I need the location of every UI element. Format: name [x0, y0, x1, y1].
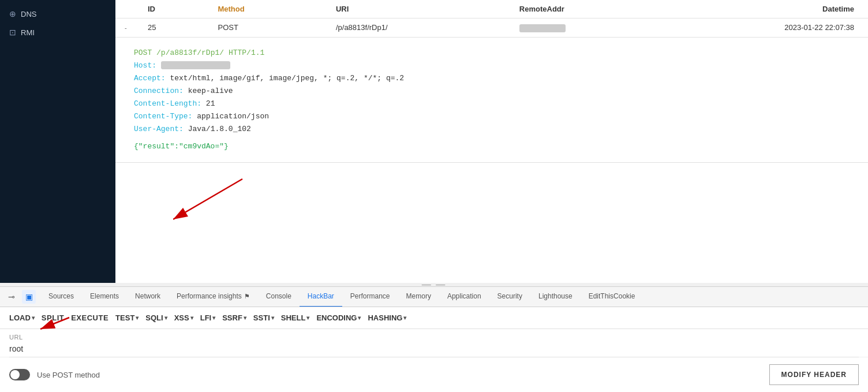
encoding-btn[interactable]: ENCODING ▾ [316, 313, 361, 322]
tab-console[interactable]: Console [258, 286, 300, 307]
xss-btn[interactable]: XSS ▾ [174, 313, 193, 322]
col-header-uri: URI [327, 0, 510, 18]
detail-content-type: Content-Type: application/json [134, 110, 850, 123]
detail-host: Host: [134, 59, 850, 72]
row-method: POST [208, 18, 326, 38]
top-area: ⊕ DNS ⊡ RMI ID Method UR [0, 0, 868, 283]
lfi-dropdown-arrow: ▾ [212, 315, 215, 321]
row-id: 25 [139, 18, 208, 38]
tab-application[interactable]: Application [439, 286, 489, 307]
test-dropdown-arrow: ▾ [136, 315, 139, 321]
toggle-btn[interactable]: - [125, 24, 129, 31]
xss-dropdown-arrow: ▾ [190, 315, 193, 321]
col-header-empty [115, 0, 139, 18]
row-uri: /p/a8813f/rDp1/ [327, 18, 510, 38]
detail-method: POST [134, 48, 152, 57]
post-method-label: Use POST method [37, 371, 100, 379]
tab-sources[interactable]: Sources [40, 286, 82, 307]
row-remote-addr [510, 18, 626, 38]
lfi-btn[interactable]: LFI ▾ [200, 313, 216, 322]
url-area: URL [0, 329, 868, 357]
performance-insights-icon: ⚑ [244, 293, 250, 300]
sidebar-item-label-dns: DNS [21, 10, 36, 18]
sidebar-item-dns[interactable]: ⊕ DNS [0, 5, 115, 23]
tab-network[interactable]: Network [127, 286, 169, 307]
split-btn[interactable]: SPLIT [42, 312, 64, 324]
url-label: URL [9, 334, 859, 341]
table-row[interactable]: - 25 POST /p/a8813f/rDp1/ 2023-01-22 22:… [115, 18, 868, 38]
body-value: {"result":"cm9vdAo="} [134, 142, 229, 151]
connection-label: Connection: [134, 87, 184, 95]
panel-icon-btn[interactable]: ▣ [22, 290, 36, 304]
sidebar: ⊕ DNS ⊡ RMI [0, 0, 115, 283]
host-label: Host: [134, 61, 156, 70]
row-toggle[interactable]: - [115, 18, 139, 38]
content-area: ID Method URI RemoteAddr Datetime - [115, 0, 868, 163]
devtools-tabs: ⊸ ▣ Sources Elements Network Performance… [0, 286, 868, 307]
main-container: ⊕ DNS ⊡ RMI ID Method UR [0, 0, 868, 392]
detail-body: {"result":"cm9vdAo="} [134, 140, 850, 153]
tab-performance-insights[interactable]: Performance insights ⚑ [169, 286, 258, 307]
tab-elements[interactable]: Elements [82, 286, 127, 307]
accept-label: Accept: [134, 74, 166, 83]
row-datetime: 2023-01-22 22:07:38 [626, 18, 868, 38]
detail-content-length: Content-Length: 21 [134, 98, 850, 110]
load-dropdown-arrow: ▾ [32, 315, 35, 321]
request-table: ID Method URI RemoteAddr Datetime - [115, 0, 868, 38]
content-wrapper: ID Method URI RemoteAddr Datetime - [115, 0, 868, 283]
user-agent-label: User-Agent: [134, 125, 184, 133]
use-post-toggle[interactable] [9, 369, 30, 380]
encoding-dropdown-arrow: ▾ [358, 315, 361, 321]
sqli-dropdown-arrow: ▾ [164, 315, 167, 321]
load-btn[interactable]: LOAD ▾ [9, 313, 35, 322]
col-header-datetime: Datetime [626, 0, 868, 18]
host-blurred [161, 61, 230, 69]
detail-path: /p/a8813f/rDp1/ [156, 48, 224, 57]
url-input[interactable] [9, 343, 859, 354]
sidebar-item-rmi[interactable]: ⊡ RMI [0, 23, 115, 42]
col-header-method: Method [208, 0, 326, 18]
content-length-label: Content-Length: [134, 99, 201, 108]
shell-btn[interactable]: SHELL ▾ [281, 313, 310, 322]
remote-addr-blurred [519, 24, 566, 32]
hashing-dropdown-arrow: ▾ [403, 315, 406, 321]
detail-user-agent: User-Agent: Java/1.8.0_102 [134, 123, 850, 136]
devtools-icons: ⊸ ▣ [5, 290, 36, 304]
hashing-btn[interactable]: HASHING ▾ [368, 313, 406, 322]
request-detail: POST /p/a8813f/rDp1/ HTTP/1.1 Host: Acce… [115, 38, 868, 163]
test-btn[interactable]: TEST ▾ [115, 313, 139, 322]
cursor-icon-btn[interactable]: ⊸ [5, 290, 18, 304]
rmi-icon: ⊡ [9, 28, 16, 37]
ssti-dropdown-arrow: ▾ [271, 315, 274, 321]
ssrf-dropdown-arrow: ▾ [244, 315, 246, 321]
toggle-knob [10, 370, 20, 379]
tab-hackbar[interactable]: HackBar [300, 286, 342, 307]
dns-icon: ⊕ [9, 9, 16, 18]
tab-lighthouse[interactable]: Lighthouse [530, 286, 581, 307]
content-type-label: Content-Type: [134, 112, 192, 121]
sqli-btn[interactable]: SQLI ▾ [145, 313, 167, 322]
sidebar-item-label-rmi: RMI [21, 28, 35, 37]
detail-accept: Accept: text/html, image/gif, image/jpeg… [134, 72, 850, 85]
shell-dropdown-arrow: ▾ [306, 315, 309, 321]
tab-performance[interactable]: Performance [342, 286, 398, 307]
col-header-remoteaddr: RemoteAddr [510, 0, 626, 18]
tab-memory[interactable]: Memory [398, 286, 439, 307]
modify-header-button[interactable]: MODIFY HEADER [769, 364, 859, 385]
execute-btn[interactable]: EXECUTE [71, 312, 108, 324]
detail-connection: Connection: keep-alive [134, 85, 850, 98]
ssrf-btn[interactable]: SSRF ▾ [222, 313, 246, 322]
tab-editthiscookie[interactable]: EditThisCookie [581, 286, 643, 307]
hackbar-toolbar: LOAD ▾ SPLIT EXECUTE TEST ▾ SQLI ▾ XSS ▾… [0, 307, 868, 329]
detail-protocol: HTTP/1.1 [229, 48, 264, 57]
tab-security[interactable]: Security [489, 286, 530, 307]
svg-line-1 [173, 179, 242, 219]
col-header-id: ID [139, 0, 208, 18]
post-method-row: Use POST method MODIFY HEADER [0, 357, 868, 392]
detail-line1: POST /p/a8813f/rDp1/ HTTP/1.1 [134, 47, 850, 59]
ssti-btn[interactable]: SSTI ▾ [253, 313, 274, 322]
